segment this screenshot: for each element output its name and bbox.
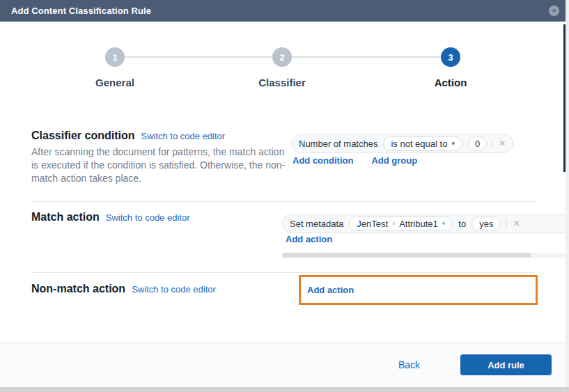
- condition-row: Number of matches is not equal to ▾ 0 ✕: [291, 134, 513, 153]
- chevron-down-icon: ▾: [451, 141, 455, 147]
- condition-field-label: Number of matches: [299, 139, 377, 149]
- background-sliver: [566, 0, 569, 392]
- section-divider: [31, 201, 535, 202]
- step-label-classifier[interactable]: Classifier: [233, 77, 331, 88]
- condition-value: 0: [475, 139, 480, 149]
- metadata-source: JenTest: [357, 219, 388, 229]
- add-rule-button[interactable]: Add rule: [460, 354, 552, 375]
- modal-title: Add Content Classification Rule: [11, 6, 151, 16]
- classifier-condition-switch-to-code-editor-link[interactable]: Switch to code editor: [141, 131, 225, 141]
- background-bottom-strip: [0, 387, 569, 392]
- horizontal-scrollbar-track[interactable]: [282, 253, 566, 258]
- condition-value-input[interactable]: 0: [468, 136, 487, 151]
- classifier-condition-description: After scanning the document for patterns…: [31, 146, 286, 185]
- step-label-action[interactable]: Action: [402, 77, 499, 88]
- condition-operator-dropdown[interactable]: is not equal to ▾: [383, 136, 462, 151]
- metadata-value: yes: [479, 219, 493, 229]
- match-action-links-row: Add action: [286, 234, 332, 244]
- horizontal-scrollbar-thumb[interactable]: [282, 253, 531, 258]
- highlight-annotation-box: Add action: [299, 275, 538, 305]
- close-icon[interactable]: ✕: [549, 6, 559, 16]
- to-label: to: [458, 219, 466, 229]
- set-metadata-label: Set metadata: [290, 219, 343, 229]
- non-match-action-title: Non-match action: [31, 283, 125, 295]
- match-action-title: Match action: [31, 211, 100, 224]
- divider: [506, 219, 507, 228]
- step-circle-classifier[interactable]: 2: [272, 47, 292, 67]
- chevron-down-icon: ▾: [442, 221, 446, 227]
- non-match-action-switch-to-code-editor-link[interactable]: Switch to code editor: [132, 284, 216, 295]
- classifier-condition-heading-row: Classifier condition Switch to code edit…: [31, 130, 225, 142]
- divider: [492, 139, 493, 148]
- step-circle-action[interactable]: 3: [441, 47, 460, 67]
- back-button[interactable]: Back: [398, 359, 420, 370]
- stepper-connector: [292, 56, 441, 58]
- condition-links-row: Add condition Add group: [293, 155, 417, 166]
- chevron-right-icon: ›: [392, 219, 395, 228]
- match-action-heading-row: Match action Switch to code editor: [31, 211, 189, 224]
- classifier-condition-title: Classifier condition: [31, 130, 134, 142]
- non-match-add-action-link[interactable]: Add action: [307, 285, 354, 295]
- non-match-action-heading-row: Non-match action Switch to code editor: [31, 283, 216, 295]
- add-condition-link[interactable]: Add condition: [293, 155, 353, 166]
- section-divider: [31, 272, 535, 273]
- remove-condition-icon[interactable]: ✕: [499, 139, 506, 148]
- add-group-link[interactable]: Add group: [371, 155, 417, 166]
- modal: Add Content Classification Rule ✕ 1 2 3 …: [0, 0, 566, 392]
- step-circle-general[interactable]: 1: [105, 47, 125, 67]
- match-add-action-link[interactable]: Add action: [286, 234, 332, 244]
- vertical-scrollbar-thumb[interactable]: [563, 24, 566, 172]
- match-action-switch-to-code-editor-link[interactable]: Switch to code editor: [106, 212, 190, 223]
- metadata-value-input[interactable]: yes: [471, 217, 501, 231]
- condition-operator-value: is not equal to: [391, 139, 447, 149]
- metadata-attribute-dropdown[interactable]: JenTest › Attribute1 ▾: [349, 217, 453, 231]
- modal-header: Add Content Classification Rule: [0, 0, 566, 22]
- step-label-general[interactable]: General: [66, 77, 164, 88]
- add-content-classification-rule-dialog: Add Content Classification Rule ✕ 1 2 3 …: [0, 0, 569, 392]
- match-action-row: Set metadata JenTest › Attribute1 ▾ to y…: [282, 214, 566, 233]
- remove-action-icon[interactable]: ✕: [513, 219, 520, 228]
- stepper-connector: [125, 56, 272, 58]
- metadata-attribute: Attribute1: [399, 219, 438, 229]
